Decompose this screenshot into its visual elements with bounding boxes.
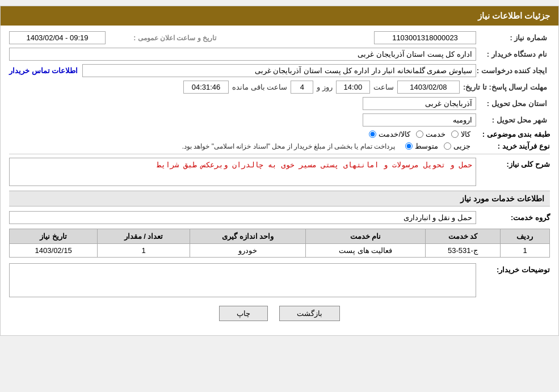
page-header: جزئیات اطلاعات نیاز	[1, 6, 558, 26]
deadline-remaining-label: ساعت باقی مانده	[232, 83, 287, 91]
table-cell: فعالیت های پست	[306, 244, 425, 258]
table-cell: ج-531-53	[425, 244, 500, 258]
province-value: آذربایجان غربی	[363, 97, 476, 110]
buyer-desc-row: توضیحات خریدار:	[9, 263, 550, 297]
table-row: 1ج-531-53فعالیت های پستخودرو11403/02/15	[10, 244, 550, 258]
deadline-remaining: 04:31:46	[183, 81, 229, 94]
city-value: ارومیه	[363, 113, 476, 127]
deadline-label: مهلت ارسال پاسخ: تا تاریخ:	[463, 83, 550, 91]
category-row: طبقه بندی موضوعی : کالا خدمت کالا/خدمت	[9, 130, 550, 138]
category-goods-radio[interactable]	[451, 130, 459, 138]
col-date: تاریخ نیاز	[10, 229, 98, 244]
category-goods-label: کالا	[461, 130, 470, 138]
category-service-label: خدمت	[426, 130, 445, 138]
col-row-num: ردیف	[500, 229, 549, 244]
need-number-value: 1103001318000023	[374, 31, 476, 44]
category-goods-service-radio[interactable]	[369, 130, 376, 138]
category-service-option[interactable]: خدمت	[416, 130, 445, 138]
services-table: ردیف کد خدمت نام خدمت واحد اندازه گیری ت…	[9, 229, 550, 258]
table-cell: 1403/02/15	[10, 244, 98, 258]
deadline-time-label: ساعت	[373, 83, 394, 91]
service-group-label: گروه خدمت:	[476, 213, 550, 222]
process-medium-label: متوسط	[415, 142, 438, 150]
need-number-label: شماره نیاز :	[476, 33, 550, 42]
services-section-title: اطلاعات خدمات مورد نیاز	[9, 191, 550, 206]
process-medium-radio[interactable]	[405, 142, 413, 150]
buttons-row: بازگشت چاپ	[9, 306, 550, 321]
table-cell: 1	[500, 244, 549, 258]
creator-value: سیاوش صفری گلمانخانه انبار دار اداره کل …	[82, 64, 476, 77]
process-partial-label: جزیی	[453, 142, 470, 150]
creator-label: ایجاد کننده درخواست :	[476, 66, 550, 75]
city-label: شهر محل تحویل :	[476, 116, 550, 124]
service-group-value: حمل و نقل و انبارداری	[9, 211, 476, 224]
process-medium-option[interactable]: متوسط	[405, 142, 438, 150]
process-partial-radio[interactable]	[444, 142, 451, 150]
province-label: استان محل تحویل :	[476, 99, 550, 108]
buyer-org-label: نام دستگاه خریدار :	[476, 50, 550, 58]
city-row: شهر محل تحویل : ارومیه	[9, 113, 550, 127]
need-number-row: شماره نیاز : 1103001318000023 تاریخ و سا…	[9, 31, 550, 44]
description-area[interactable]: حمل و تحویل مرسولات و امانتهای پستی مسیر…	[9, 158, 476, 186]
buyer-org-row: نام دستگاه خریدار : اداره کل پست استان آ…	[9, 48, 550, 61]
deadline-time: 14:00	[336, 81, 370, 94]
page-title: جزئیات اطلاعات نیاز	[478, 11, 550, 20]
back-button[interactable]: بازگشت	[279, 306, 340, 321]
col-unit: واحد اندازه گیری	[190, 229, 306, 244]
buyer-desc-label: توضیحات خریدار:	[476, 263, 550, 274]
table-cell: خودرو	[190, 244, 306, 258]
deadline-days-label: روز و	[317, 83, 333, 91]
separator-1	[9, 154, 550, 154]
process-full-text: پرداخت تمام یا بخشی از مبلغ خریدار از مح…	[182, 142, 395, 150]
deadline-date: 1403/02/08	[397, 81, 460, 94]
col-qty: تعداد / مقدار	[98, 229, 190, 244]
province-row: استان محل تحویل : آذربایجان غربی	[9, 97, 550, 110]
announce-value: 1403/02/04 - 09:19	[9, 31, 106, 44]
contact-link[interactable]: اطلاعات تماس خریدار	[9, 66, 78, 75]
category-service-radio[interactable]	[416, 130, 423, 138]
col-service-code: کد خدمت	[425, 229, 500, 244]
process-partial-option[interactable]: جزیی	[444, 142, 470, 150]
category-label: طبقه بندی موضوعی :	[476, 130, 550, 138]
process-row: نوع فرآیند خرید : جزیی متوسط پرداخت تمام…	[9, 142, 550, 150]
print-button[interactable]: چاپ	[219, 306, 268, 321]
service-group-row: گروه خدمت: حمل و نقل و انبارداری	[9, 211, 550, 224]
category-goods-service-option[interactable]: کالا/خدمت	[369, 130, 410, 138]
process-label: نوع فرآیند خرید :	[476, 142, 550, 150]
content-area: شماره نیاز : 1103001318000023 تاریخ و سا…	[1, 26, 558, 335]
deadline-days: 4	[291, 81, 313, 94]
description-row: شرح کلی نیاز: حمل و تحویل مرسولات و امان…	[9, 158, 550, 186]
table-cell: 1	[98, 244, 190, 258]
deadline-row: مهلت ارسال پاسخ: تا تاریخ: 1403/02/08 سا…	[9, 81, 550, 94]
creator-row: ایجاد کننده درخواست : سیاوش صفری گلمانخا…	[9, 64, 550, 77]
buyer-org-value: اداره کل پست استان آذربایجان غربی	[9, 48, 476, 61]
col-service-name: نام خدمت	[306, 229, 425, 244]
page-wrapper: جزئیات اطلاعات نیاز شماره نیاز : 1103001…	[0, 6, 559, 336]
description-label: شرح کلی نیاز:	[476, 158, 550, 168]
category-goods-service-label: کالا/خدمت	[379, 130, 410, 138]
category-goods-option[interactable]: کالا	[451, 130, 470, 138]
buyer-desc-area	[9, 263, 476, 297]
announce-label: تاریخ و ساعت اعلان عمومی :	[106, 34, 219, 42]
